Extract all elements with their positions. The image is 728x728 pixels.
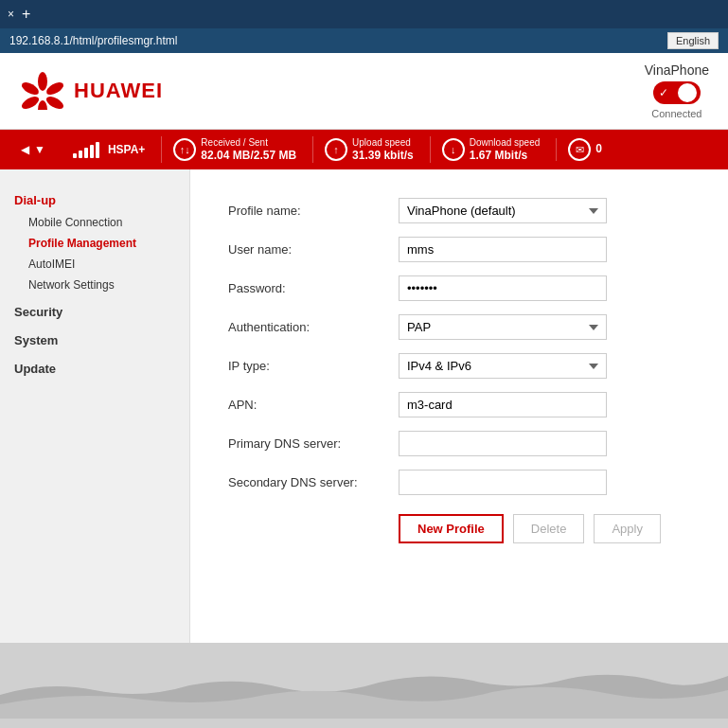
address-text: 192.168.8.1/html/profilesmgr.html bbox=[9, 34, 177, 47]
primary-dns-row: Primary DNS server: bbox=[228, 431, 690, 456]
transfer-icon: ↑↓ bbox=[173, 138, 196, 161]
status-bar: ◀ ▼ HSPA+ ↑↓ Received / Sent 82.04 MB/2.… bbox=[0, 130, 728, 169]
apn-label: APN: bbox=[228, 398, 399, 412]
primary-dns-label: Primary DNS server: bbox=[228, 436, 399, 451]
download-speed-item: ↓ Download speed 1.67 Mbit/s bbox=[430, 136, 552, 164]
sidebar: Dial-up Mobile Connection Profile Manage… bbox=[0, 169, 189, 643]
huawei-logo: HUAWEI bbox=[19, 72, 163, 110]
username-input[interactable] bbox=[399, 237, 607, 262]
svg-point-4 bbox=[20, 94, 41, 110]
new-profile-button[interactable]: New Profile bbox=[399, 514, 504, 543]
messages-count: 0 bbox=[595, 142, 602, 157]
sidebar-category-security[interactable]: Security bbox=[0, 300, 189, 324]
apn-control bbox=[399, 392, 607, 417]
profile-form: Profile name: VinaPhone (default) User n… bbox=[228, 198, 690, 495]
signal-bars-icon bbox=[73, 141, 99, 158]
username-control bbox=[399, 237, 607, 262]
upload-label: Upload speed bbox=[352, 136, 414, 149]
browser-chrome: × + bbox=[0, 0, 728, 28]
nav-arrow-icon: ◀ bbox=[21, 143, 29, 156]
data-transfer-item: ↑↓ Received / Sent 82.04 MB/2.57 MB bbox=[161, 136, 308, 164]
svg-point-0 bbox=[38, 72, 47, 91]
language-button[interactable]: English bbox=[667, 32, 719, 49]
button-row: New Profile Delete Apply bbox=[228, 514, 690, 543]
download-label: Download speed bbox=[470, 136, 541, 149]
sidebar-category-dialup[interactable]: Dial-up bbox=[0, 188, 189, 212]
provider-name: VinaPhone bbox=[645, 62, 709, 78]
delete-button[interactable]: Delete bbox=[513, 514, 585, 543]
content-area: Profile name: VinaPhone (default) User n… bbox=[189, 169, 728, 643]
dropdown-arrow-icon: ▼ bbox=[34, 143, 45, 156]
apn-row: APN: bbox=[228, 392, 690, 417]
nav-arrow-item: ◀ ▼ bbox=[9, 143, 57, 156]
apply-button[interactable]: Apply bbox=[594, 514, 661, 543]
tab-add-button[interactable]: + bbox=[22, 6, 30, 23]
sidebar-section-system: System bbox=[0, 328, 189, 352]
connected-label: Connected bbox=[645, 108, 709, 119]
svg-point-5 bbox=[20, 80, 41, 98]
page-header: HUAWEI VinaPhone ✓ Connected bbox=[0, 53, 728, 130]
sidebar-category-update[interactable]: Update bbox=[0, 357, 189, 381]
download-icon: ↓ bbox=[442, 138, 465, 161]
sidebar-section-update: Update bbox=[0, 357, 189, 381]
sidebar-category-system[interactable]: System bbox=[0, 328, 189, 352]
logo-text: HUAWEI bbox=[74, 79, 163, 103]
profile-name-control: VinaPhone (default) bbox=[399, 198, 607, 223]
sidebar-item-profile-management[interactable]: Profile Management bbox=[0, 233, 189, 254]
ip-type-row: IP type: IPv4 & IPv6 IPv4 IPv6 bbox=[228, 353, 690, 379]
tab-close-button[interactable]: × bbox=[8, 8, 14, 21]
received-value: 82.04 MB/2.57 MB bbox=[201, 149, 296, 164]
secondary-dns-control bbox=[399, 470, 607, 495]
upload-value: 31.39 kbit/s bbox=[352, 149, 414, 164]
received-label: Received / Sent bbox=[201, 136, 296, 149]
upload-icon: ↑ bbox=[325, 138, 347, 161]
ip-type-select[interactable]: IPv4 & IPv6 IPv4 IPv6 bbox=[399, 353, 607, 379]
sidebar-item-auto-imei[interactable]: AutoIMEI bbox=[0, 254, 189, 275]
password-control bbox=[399, 275, 607, 301]
profile-name-row: Profile name: VinaPhone (default) bbox=[228, 198, 690, 223]
address-bar: 192.168.8.1/html/profilesmgr.html Englis… bbox=[0, 28, 728, 53]
auth-control: PAP CHAP None bbox=[399, 314, 607, 340]
toggle-knob bbox=[678, 83, 697, 102]
secondary-dns-row: Secondary DNS server: bbox=[228, 470, 690, 495]
secondary-dns-label: Secondary DNS server: bbox=[228, 475, 399, 489]
svg-point-1 bbox=[44, 80, 65, 98]
sidebar-item-network-settings[interactable]: Network Settings bbox=[0, 275, 189, 295]
profile-name-label: Profile name: bbox=[228, 204, 399, 218]
primary-dns-input[interactable] bbox=[399, 431, 607, 456]
upload-speed-item: ↑ Upload speed 31.39 kbit/s bbox=[312, 136, 425, 164]
sidebar-section-security: Security bbox=[0, 300, 189, 324]
auth-row: Authentication: PAP CHAP None bbox=[228, 314, 690, 340]
connection-status: VinaPhone ✓ Connected bbox=[645, 62, 709, 119]
password-input[interactable] bbox=[399, 275, 607, 301]
apn-input[interactable] bbox=[399, 392, 607, 417]
network-type-label: HSPA+ bbox=[108, 143, 145, 156]
download-value: 1.67 Mbit/s bbox=[470, 149, 541, 164]
toggle-check-icon: ✓ bbox=[659, 86, 668, 99]
ip-type-label: IP type: bbox=[228, 359, 399, 373]
profile-name-select[interactable]: VinaPhone (default) bbox=[399, 198, 607, 223]
messages-icon: ✉ bbox=[568, 138, 591, 161]
mountain-silhouette-icon bbox=[0, 662, 728, 719]
footer-area bbox=[0, 643, 728, 719]
secondary-dns-input[interactable] bbox=[399, 470, 607, 495]
ip-type-control: IPv4 & IPv6 IPv4 IPv6 bbox=[399, 353, 607, 379]
username-row: User name: bbox=[228, 237, 690, 262]
auth-select[interactable]: PAP CHAP None bbox=[399, 314, 607, 340]
signal-item: HSPA+ bbox=[62, 141, 156, 158]
svg-point-2 bbox=[44, 94, 65, 110]
huawei-logo-icon bbox=[19, 72, 66, 110]
messages-item: ✉ 0 bbox=[556, 138, 613, 161]
password-label: Password: bbox=[228, 281, 399, 295]
connection-toggle[interactable]: ✓ bbox=[653, 81, 701, 104]
primary-dns-control bbox=[399, 431, 607, 456]
sidebar-item-mobile-connection[interactable]: Mobile Connection bbox=[0, 212, 189, 233]
username-label: User name: bbox=[228, 242, 399, 257]
password-row: Password: bbox=[228, 275, 690, 301]
main-container: Dial-up Mobile Connection Profile Manage… bbox=[0, 169, 728, 643]
sidebar-section-dialup: Dial-up Mobile Connection Profile Manage… bbox=[0, 188, 189, 295]
auth-label: Authentication: bbox=[228, 320, 399, 334]
svg-point-3 bbox=[38, 100, 47, 110]
